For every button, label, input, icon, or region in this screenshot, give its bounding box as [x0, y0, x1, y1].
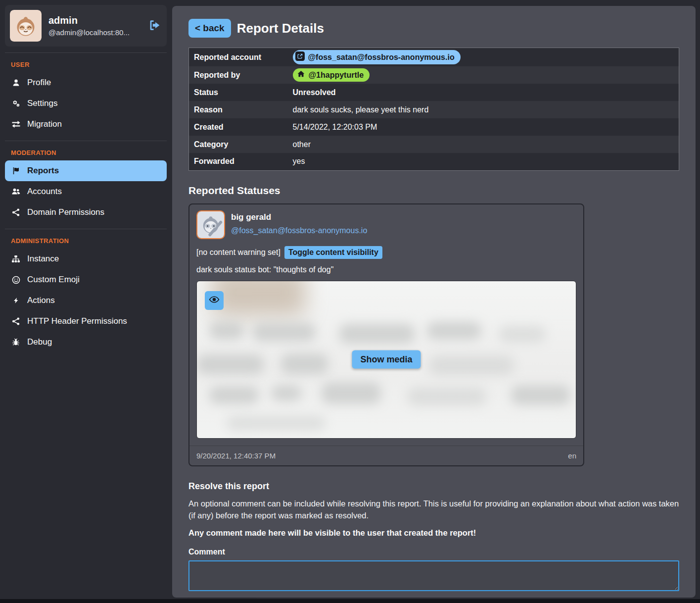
row-value: Unresolved [288, 84, 679, 101]
hide-media-button[interactable] [205, 291, 224, 310]
sidebar-item-label: Debug [27, 337, 52, 347]
row-value: 5/14/2022, 12:20:03 PM [288, 118, 679, 136]
status-content: dark souls status bot: "thoughts of dog" [196, 265, 576, 274]
blur-blob [499, 326, 546, 343]
status-footer: 9/20/2021, 12:40:37 PM en [189, 446, 583, 465]
blur-blob [227, 416, 326, 431]
users-icon [11, 188, 21, 196]
page-title: Report Details [237, 21, 324, 36]
row-label: Forwarded [189, 153, 288, 170]
blur-blob [252, 323, 316, 342]
row-value: dark souls sucks, please yeet this nerd [288, 101, 679, 118]
sitemap-icon [11, 255, 21, 263]
sidebar-item-label: Reports [27, 166, 59, 176]
content-warning-text: [no content warning set] [196, 248, 280, 257]
reported-account-pill[interactable]: @foss_satan@fossbros-anonymous.io [293, 50, 461, 64]
table-row: Reported by @1happyturtle [189, 66, 679, 84]
reported-statuses-heading: Reported Statuses [188, 185, 679, 197]
blur-blob [281, 353, 328, 374]
toggle-content-visibility-button[interactable]: Toggle content visibility [284, 246, 382, 259]
external-link-icon [295, 51, 305, 63]
blur-blob [427, 322, 481, 340]
sidebar-item-migration[interactable]: Migration [5, 114, 167, 135]
report-details-table: Reported account @foss_satan@fossbros-an… [188, 48, 679, 171]
blur-blob [212, 281, 306, 316]
sidebar-item-profile[interactable]: Profile [5, 72, 167, 93]
bug-icon [11, 338, 21, 346]
status-author: big gerald @foss_satan@fossbros-anonymou… [231, 210, 367, 239]
sidebar-item-accounts[interactable]: Accounts [5, 181, 167, 202]
comment-label: Comment [188, 548, 679, 556]
status-handle[interactable]: @foss_satan@fossbros-anonymous.io [231, 226, 367, 235]
table-row: Status Unresolved [189, 84, 679, 101]
table-row: Created 5/14/2022, 12:20:03 PM [189, 118, 679, 136]
share-nodes-icon [11, 208, 21, 216]
share-nodes-icon [11, 317, 21, 325]
sidebar-item-reports[interactable]: Reports [5, 160, 167, 181]
blur-blob [271, 385, 302, 401]
sidebar-item-actions[interactable]: Actions [5, 290, 167, 311]
sidebar: admin @admin@localhost:80... USER Profil… [0, 0, 172, 352]
status-header: big gerald @foss_satan@fossbros-anonymou… [196, 210, 576, 239]
status-language: en [568, 452, 576, 460]
sidebar-item-instance[interactable]: Instance [5, 249, 167, 269]
sidebar-item-settings[interactable]: Settings [5, 93, 167, 114]
user-name: admin [48, 15, 141, 26]
eye-icon [209, 294, 220, 306]
logout-button[interactable] [148, 19, 161, 33]
resolve-warning: Any comment made here will be visible to… [188, 528, 679, 538]
back-button[interactable]: < back [188, 19, 231, 38]
table-row: Reported account @foss_satan@fossbros-an… [189, 48, 679, 67]
reported-status-card: big gerald @foss_satan@fossbros-anonymou… [188, 203, 584, 466]
logout-icon [148, 26, 161, 33]
reported-by-pill[interactable]: @1happyturtle [293, 68, 370, 82]
page-bottom-edge [0, 599, 700, 603]
sidebar-item-http-header-permissions[interactable]: HTTP Header Permissions [5, 311, 167, 332]
user-card[interactable]: admin @admin@localhost:80... [5, 5, 167, 47]
sidebar-item-label: Domain Permissions [27, 207, 104, 217]
status-timestamp: 9/20/2021, 12:40:37 PM [196, 452, 276, 460]
user-icon [11, 79, 21, 87]
row-label: Category [189, 136, 288, 153]
row-label: Reported account [189, 48, 288, 67]
section-header: ADMINISTRATION [5, 234, 167, 249]
blur-blob [511, 385, 570, 405]
comment-textarea[interactable] [188, 560, 679, 591]
table-row: Category other [189, 136, 679, 153]
row-label: Created [189, 118, 288, 136]
row-value: other [288, 136, 679, 153]
blur-blob [197, 354, 264, 374]
reported-by-handle: @1happyturtle [309, 71, 364, 80]
sidebar-item-custom-emoji[interactable]: Custom Emoji [5, 269, 167, 290]
section-header: MODERATION [5, 146, 167, 160]
status-media-blurred[interactable]: Show media [196, 281, 576, 439]
smile-icon [11, 276, 21, 284]
home-icon [297, 70, 305, 80]
content-warning-row: [no content warning set] Toggle content … [196, 246, 576, 259]
title-row: < back Report Details [188, 19, 679, 38]
sidebar-section-user: USER Profile Settings Migration [5, 52, 167, 135]
sidebar-item-label: Instance [27, 254, 59, 264]
sidebar-item-label: Migration [27, 119, 62, 129]
sidebar-item-domain-permissions[interactable]: Domain Permissions [5, 202, 167, 223]
sidebar-item-label: Custom Emoji [27, 275, 80, 285]
table-row: Forwarded yes [189, 153, 679, 170]
status-display-name: big gerald [231, 212, 367, 222]
blur-blob [339, 324, 415, 344]
report-details-panel: < back Report Details Reported account @… [172, 6, 696, 598]
blur-blob [209, 386, 259, 404]
sidebar-item-debug[interactable]: Debug [5, 332, 167, 352]
sidebar-item-label: Accounts [27, 187, 62, 197]
migration-icon [11, 121, 21, 128]
status-body: big gerald @foss_satan@fossbros-anonymou… [189, 204, 583, 439]
table-row: Reason dark souls sucks, please yeet thi… [189, 101, 679, 118]
gears-icon [11, 100, 21, 107]
avatar [10, 10, 42, 42]
row-label: Reason [189, 101, 288, 118]
show-media-button[interactable]: Show media [352, 351, 420, 369]
sidebar-item-label: Settings [27, 99, 57, 108]
blur-blob [429, 355, 513, 375]
status-avatar [196, 210, 225, 239]
sidebar-section-administration: ADMINISTRATION Instance Custom Emoji Act… [5, 229, 167, 352]
sidebar-item-label: Profile [27, 78, 51, 88]
